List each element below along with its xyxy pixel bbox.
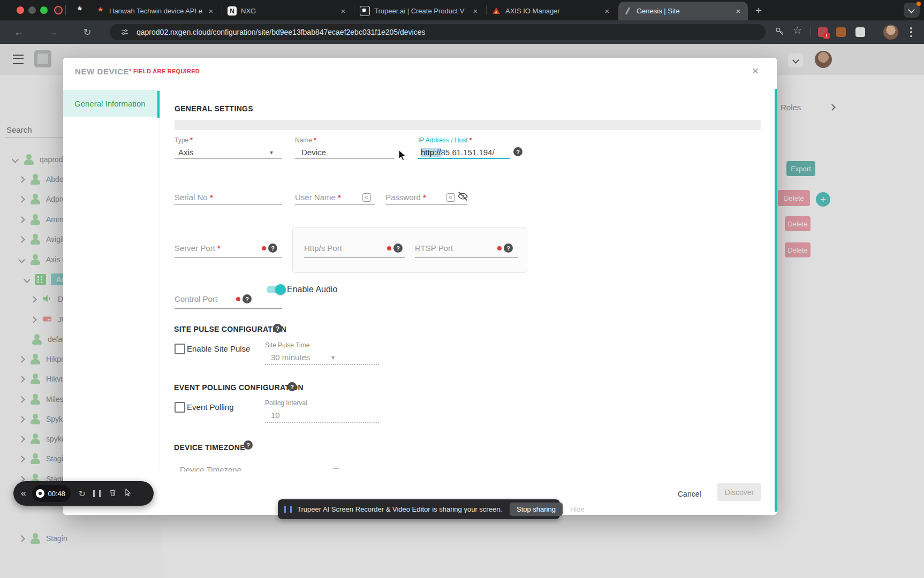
bookmark-star-icon[interactable]: ☆ [793,25,802,36]
screen-share-bar: Trupeer AI Screen Recorder & Video Edito… [278,499,560,519]
screen-recorder-toolbar: « 00:48 ↻ [13,481,154,506]
notification-badge: ! [823,33,830,39]
new-tab-button[interactable]: + [752,4,766,18]
close-icon[interactable]: × [733,6,743,16]
site-settings-icon[interactable] [120,28,129,36]
status-dot [497,246,502,250]
collapse-icon[interactable]: « [21,488,26,499]
name-label: Name * [295,136,316,144]
status-dot [387,246,391,250]
url-text[interactable]: qaprod02.nxgen.cloud/configuration/site/… [137,28,425,36]
https-port-input[interactable]: Http/s Port [304,244,342,253]
rtsp-port-input[interactable]: RTSP Port [415,244,453,253]
recording-time: 00:48 [48,490,65,498]
control-port-input[interactable]: Control Port [175,294,217,303]
axis-favicon [492,6,501,16]
chevron-down-icon [333,468,339,469]
field-underline [385,204,467,205]
help-icon[interactable]: ? [273,324,282,333]
dialog-title: NEW DEVICE [75,67,129,76]
status-dot [236,297,240,301]
required-note: * FIELD ARE REQUIRED [129,68,200,74]
back-button[interactable]: ← [12,25,26,39]
dialog-nav: General Information [63,89,160,471]
extension-icon[interactable] [836,27,846,37]
divider [65,5,66,16]
pinned-tab-chatgpt[interactable]: * [72,2,88,18]
macos-close-button[interactable] [17,6,24,14]
event-polling-label: Event Polling [187,402,234,412]
help-icon[interactable]: ? [244,440,253,450]
ip-address-input[interactable]: http://85.61.151.194/ [421,148,495,157]
close-icon[interactable]: × [338,6,348,16]
autofill-vault-icon[interactable] [362,193,371,202]
extension-icon[interactable]: ! [818,27,828,37]
stop-recording-icon[interactable] [36,489,44,498]
field-underline-focused [418,158,510,159]
close-icon[interactable]: × [471,6,480,16]
name-input[interactable]: Device [301,148,326,157]
tab-nxg[interactable]: N NXG × [223,2,353,20]
help-icon[interactable]: ? [268,244,277,253]
server-port-input[interactable]: Server Port * [175,244,221,253]
tab-title: AXIS IO Manager [505,7,599,15]
password-input[interactable]: Password * [385,193,426,202]
cursor-tool-icon[interactable] [124,488,132,499]
help-icon[interactable]: ? [243,294,252,303]
username-input[interactable]: User Name * [295,193,341,202]
divider [486,5,487,15]
settings-placeholder-bar [175,120,761,130]
password-key-icon[interactable] [775,26,785,39]
field-underline [295,204,375,205]
chevron-down-icon [908,6,915,13]
close-icon[interactable]: × [747,63,763,79]
close-icon[interactable]: × [206,6,216,16]
polling-interval-input[interactable]: 10 [271,410,280,420]
chevron-down-icon[interactable]: ▾ [331,354,335,361]
type-select[interactable]: Axis [178,148,193,157]
macos-minimize-button[interactable] [28,6,36,14]
autofill-vault-icon[interactable] [446,193,455,202]
extensions-puzzle-icon[interactable] [855,27,865,37]
stop-sharing-button[interactable]: Stop sharing [510,503,563,516]
event-polling-checkbox[interactable] [175,402,185,413]
tab-trupeer[interactable]: Trupeer.ai | Create Product V × [355,2,485,20]
genesis-favicon [623,6,632,16]
nav-item-general-information[interactable]: General Information [63,90,160,117]
enable-audio-toggle-on[interactable] [267,286,283,293]
close-icon[interactable]: × [602,6,612,16]
discover-button-disabled[interactable]: Discover [717,483,761,501]
tab-genesis-site-active[interactable]: Genesis | Site × [618,2,748,20]
new-device-dialog: NEW DEVICE * FIELD ARE REQUIRED × Genera… [63,58,777,515]
help-icon[interactable]: ? [287,382,297,391]
restart-recording-icon[interactable]: ↻ [78,489,85,499]
field-underline [175,257,282,258]
tab-search-button[interactable] [904,3,920,18]
serial-no-input[interactable]: Serial No * [175,193,213,202]
enable-site-pulse-checkbox[interactable] [175,344,185,354]
tab-hanwah-techwin[interactable]: * Hanwah Techwin device API e × [91,2,221,20]
tab-axis-io-manager[interactable]: AXIS IO Manager × [487,2,617,20]
cancel-button[interactable]: Cancel [672,486,707,501]
help-icon[interactable]: ? [513,147,522,156]
browser-tab-strip: * * Hanwah Techwin device API e × N NXG … [0,0,924,20]
field-underline [295,158,395,159]
hide-button[interactable]: Hide [570,505,585,513]
forward-button[interactable]: → [46,25,60,39]
site-pulse-time-select[interactable]: 30 minutes [271,353,310,362]
status-dot [262,246,266,250]
delete-recording-icon[interactable] [108,488,117,499]
reload-button[interactable]: ↻ [80,25,94,39]
pause-recording-icon[interactable] [93,490,101,497]
help-icon[interactable]: ? [504,244,513,253]
chevron-down-icon[interactable]: ▾ [270,149,273,156]
chrome-menu-icon[interactable] [910,27,912,37]
site-pulse-time-label: Site Pulse Time [265,341,309,349]
active-indicator [157,91,160,118]
macos-zoom-button[interactable] [40,6,48,14]
profile-avatar[interactable] [883,25,898,40]
visibility-off-icon[interactable] [457,191,468,204]
address-bar[interactable]: qaprod02.nxgen.cloud/configuration/site/… [110,24,766,40]
browser-toolbar: ← → ↻ qaprod02.nxgen.cloud/configuration… [0,20,924,44]
help-icon[interactable]: ? [393,244,403,253]
